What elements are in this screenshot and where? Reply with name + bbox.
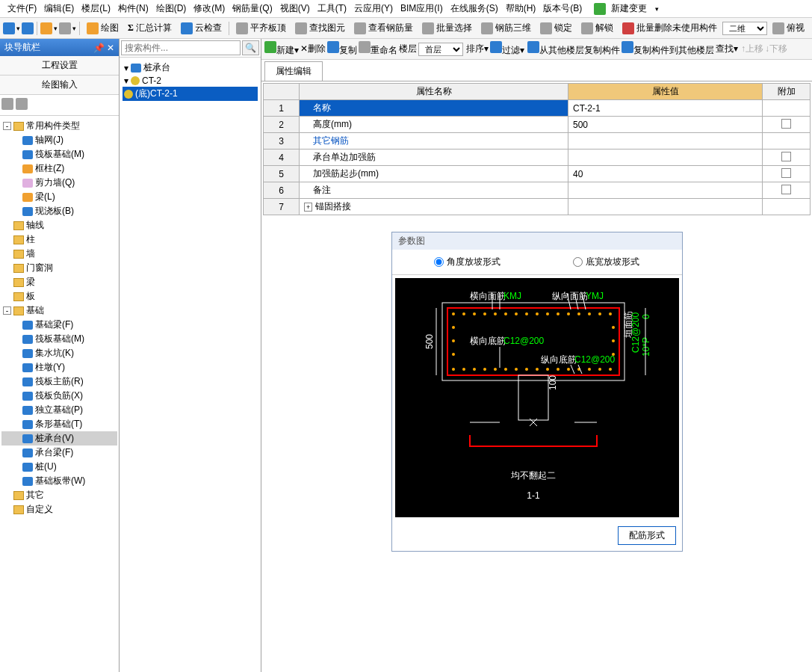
copy-to-floor-button[interactable]: 复制构件到其他楼层	[622, 41, 714, 57]
sum-button[interactable]: Σ汇总计算	[124, 20, 176, 36]
menu-view[interactable]: 视图(V)	[277, 1, 313, 16]
tab-project-settings[interactable]: 工程设置	[0, 56, 119, 75]
menu-edit[interactable]: 编辑(E)	[41, 1, 77, 16]
cloud-check-button[interactable]: 云检查	[177, 20, 226, 36]
filter-button[interactable]: 过滤▾	[490, 41, 524, 57]
open-icon[interactable]	[3, 22, 15, 34]
move-down-button[interactable]: ↓下移	[765, 43, 787, 55]
fbeam-icon	[22, 321, 33, 330]
find-button[interactable]: 查找▾	[716, 43, 738, 55]
search-button[interactable]: 🔍	[242, 40, 259, 55]
draw-button[interactable]: 绘图	[83, 20, 123, 36]
prop-name-cell[interactable]: 其它钢筋	[300, 133, 568, 149]
prop-name-cell[interactable]: +锚固搭接	[300, 199, 568, 215]
svg-text:500: 500	[424, 334, 435, 349]
iso-icon	[22, 406, 33, 415]
property-panel: 新建▾ ✕删除 复制 重命名 楼层 首层 排序▾ 过滤▾ 从其他楼层复制构件 复…	[261, 39, 812, 672]
save-icon[interactable]	[22, 22, 34, 34]
prop-value-cell[interactable]: 40	[568, 166, 763, 182]
pin-icon[interactable]: 📌 ✕	[93, 43, 114, 53]
prop-value-cell[interactable]: 500	[568, 117, 763, 133]
view-mode-select[interactable]: 二维	[722, 22, 767, 35]
prop-name-cell[interactable]: 名称	[300, 100, 568, 117]
component-tree[interactable]: -常用构件类型 轴网(J) 筏板基础(M) 框柱(Z) 剪力墙(Q) 梁(L) …	[0, 116, 119, 672]
cloud-icon	[181, 22, 193, 34]
root-icon	[131, 64, 141, 73]
new-button[interactable]: 新建▾	[264, 41, 299, 57]
svg-point-4	[473, 312, 476, 315]
svg-point-17	[609, 312, 612, 315]
prop-name-cell[interactable]: 加强筋起步(mm)	[300, 166, 568, 182]
new-change-button[interactable]: 新建变更▾	[591, 0, 665, 18]
menu-file[interactable]: 文件(F)	[4, 1, 40, 16]
pile-icon	[22, 463, 33, 472]
svg-text:均不翻起二: 均不翻起二	[510, 470, 556, 481]
checkbox[interactable]	[781, 152, 791, 161]
svg-text:横向底筋: 横向底筋	[470, 336, 506, 346]
move-up-button[interactable]: ↑上移	[741, 43, 763, 55]
rename-icon	[359, 41, 371, 53]
delete-button[interactable]: ✕删除	[300, 43, 326, 55]
prop-name-cell[interactable]: 高度(mm)	[300, 117, 568, 133]
tab-drawing-input[interactable]: 绘图输入	[0, 75, 119, 95]
overlook-button[interactable]: 俯视	[769, 20, 808, 36]
strip-icon	[22, 420, 33, 429]
tree-icon[interactable]	[1, 98, 13, 110]
redo-icon[interactable]	[59, 22, 71, 34]
undo-icon[interactable]	[40, 22, 52, 34]
prop-value-cell[interactable]	[568, 133, 763, 149]
radio-angle-slope[interactable]: 角度放坡形式	[434, 256, 500, 268]
prop-name-cell[interactable]: 备注	[300, 182, 568, 199]
menu-cloud[interactable]: 云应用(Y)	[351, 1, 396, 16]
tree-icon2[interactable]	[16, 98, 28, 110]
search-input[interactable]	[121, 40, 241, 55]
prop-name-cell[interactable]: 承台单边加强筋	[300, 149, 568, 166]
unlock-icon	[581, 22, 593, 34]
capbeam-icon	[22, 448, 33, 457]
checkbox[interactable]	[781, 119, 791, 129]
svg-point-29	[567, 368, 570, 371]
svg-point-20	[473, 368, 476, 371]
menu-version[interactable]: 版本号(B)	[540, 1, 585, 16]
copy-from-floor-button[interactable]: 从其他楼层复制构件	[527, 41, 620, 57]
prop-value-cell[interactable]: CT-2-1	[568, 100, 763, 117]
floor-select[interactable]: 首层	[418, 43, 463, 56]
svg-text:KMJ: KMJ	[503, 291, 521, 301]
batch-delete-button[interactable]: 批量删除未使用构件	[619, 20, 721, 36]
view-rebar-button[interactable]: 查看钢筋量	[350, 20, 417, 36]
instance-selected[interactable]: (底)CT-2-1	[123, 87, 258, 101]
menu-help[interactable]: 帮助(H)	[503, 1, 539, 16]
batch-select-button[interactable]: 批量选择	[418, 20, 476, 36]
prop-value-cell[interactable]	[568, 199, 763, 215]
menu-online[interactable]: 在线服务(S)	[447, 1, 501, 16]
rebar-3d-button[interactable]: 钢筋三维	[477, 20, 535, 36]
prop-value-cell[interactable]	[568, 149, 763, 166]
menu-floor[interactable]: 楼层(L)	[78, 1, 114, 16]
svg-point-32	[598, 368, 601, 371]
flat-top-button[interactable]: 平齐板顶	[232, 20, 290, 36]
plus-icon	[594, 3, 606, 15]
rebar-form-button[interactable]: 配筋形式	[618, 526, 676, 545]
copyfrom-icon	[527, 41, 539, 53]
menu-bim[interactable]: BIM应用(I)	[397, 1, 446, 16]
checkbox[interactable]	[781, 185, 791, 194]
radio-width-slope[interactable]: 底宽放坡形式	[573, 256, 639, 268]
menu-component[interactable]: 构件(N)	[115, 1, 152, 16]
menu-rebar[interactable]: 钢筋量(Q)	[229, 1, 275, 16]
find-element-button[interactable]: 查找图元	[291, 20, 349, 36]
tree-pile-cap[interactable]: 桩承台(V)	[1, 431, 117, 446]
menu-modify[interactable]: 修改(M)	[190, 1, 228, 16]
instance-tree[interactable]: ▾桩承台 ▾CT-2 (底)CT-2-1	[120, 58, 261, 672]
tab-property-edit[interactable]: 属性编辑	[264, 61, 323, 81]
menu-draw[interactable]: 绘图(D)	[153, 1, 190, 16]
lock-button[interactable]: 锁定	[536, 20, 576, 36]
unlock-button[interactable]: 解锁	[577, 20, 617, 36]
copy-button[interactable]: 复制	[327, 41, 357, 57]
checkbox[interactable]	[781, 168, 791, 178]
prop-value-cell[interactable]	[568, 182, 763, 199]
rename-button[interactable]: 重命名	[359, 41, 397, 57]
svg-text:纵向底筋: 纵向底筋	[541, 354, 577, 365]
param-title: 参数图	[392, 232, 682, 250]
sort-button[interactable]: 排序▾	[466, 43, 489, 55]
menu-tools[interactable]: 工具(T)	[314, 1, 350, 16]
